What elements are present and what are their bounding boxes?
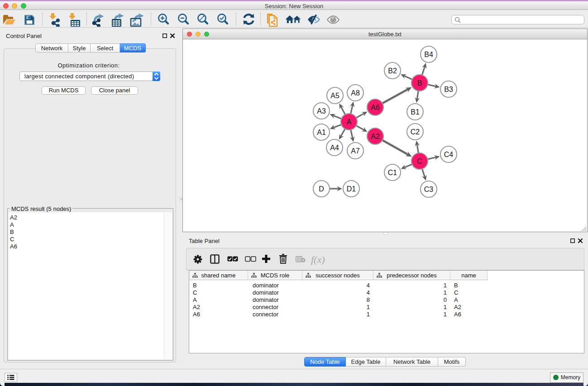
svg-text:A: A	[347, 118, 352, 126]
svg-text:C4: C4	[444, 151, 454, 158]
svg-text:B4: B4	[424, 51, 433, 58]
svg-text:D: D	[319, 185, 324, 193]
svg-text:D1: D1	[347, 185, 356, 193]
svg-text:A1: A1	[317, 129, 326, 136]
svg-text:B: B	[417, 79, 422, 87]
svg-text:A5: A5	[330, 92, 339, 100]
svg-text:A2: A2	[371, 133, 380, 140]
svg-text:A3: A3	[317, 107, 326, 115]
svg-text:A8: A8	[351, 89, 360, 97]
svg-text:C: C	[417, 157, 422, 165]
svg-text:B3: B3	[444, 86, 453, 93]
svg-text:B2: B2	[388, 67, 397, 75]
svg-text:C1: C1	[388, 169, 397, 176]
svg-text:B1: B1	[411, 108, 420, 116]
svg-text:C3: C3	[424, 186, 434, 193]
svg-text:C2: C2	[411, 128, 420, 136]
svg-text:A7: A7	[351, 147, 360, 155]
svg-text:A6: A6	[371, 104, 380, 111]
svg-text:A4: A4	[330, 144, 339, 152]
